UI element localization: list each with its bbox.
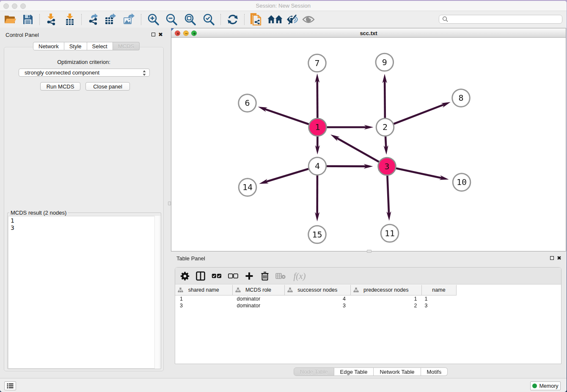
column-header-predecessor-nodes[interactable]: predecessor nodes xyxy=(351,285,422,295)
list-icon xyxy=(7,383,14,389)
network-canvas[interactable]: 1234678910111415 xyxy=(171,38,566,251)
control-panel-title: Control Panel xyxy=(6,32,39,38)
toolbar-separator xyxy=(244,14,245,25)
show-panel-icon[interactable] xyxy=(302,13,315,26)
network-window-titlebar[interactable]: scc.txt xyxy=(171,28,566,38)
function-builder-icon: f(x) xyxy=(290,270,309,282)
column-header-successor-nodes[interactable]: successor nodes xyxy=(285,285,351,295)
shared-column-icon xyxy=(353,287,359,293)
graph-node-label: 6 xyxy=(245,98,250,108)
tab-node-table[interactable]: Node Table xyxy=(294,367,334,376)
search-input[interactable] xyxy=(439,15,562,24)
criterion-value: strongly connected component xyxy=(25,69,99,76)
task-history-button[interactable] xyxy=(4,381,16,390)
deselect-all-icon[interactable] xyxy=(227,270,239,282)
table-cell: 3 xyxy=(422,302,457,309)
zoom-fit-icon[interactable] xyxy=(184,13,196,26)
tab-motifs[interactable]: Motifs xyxy=(421,367,448,376)
float-table-panel-icon[interactable] xyxy=(550,256,554,260)
graph-node-label: 15 xyxy=(312,229,322,240)
graph-node-label: 4 xyxy=(315,161,320,171)
dropdown-chevrons-icon xyxy=(142,70,146,76)
zoom-out-icon[interactable] xyxy=(165,13,178,26)
open-session-docs-icon[interactable] xyxy=(250,13,262,26)
mcds-result-list[interactable]: 1 3 xyxy=(8,216,160,369)
open-folder-icon[interactable] xyxy=(4,13,17,26)
optimization-criterion-label: Optimization criterion: xyxy=(0,59,168,65)
export-image-icon[interactable] xyxy=(122,13,135,26)
close-panel-icon[interactable]: ✖ xyxy=(158,32,163,37)
table-settings-icon[interactable] xyxy=(179,270,191,282)
graph-node-label: 14 xyxy=(242,182,253,192)
table-tabs: Node TableEdge TableNetwork TableMotifs xyxy=(294,367,448,376)
shared-column-icon xyxy=(178,287,183,293)
graph-node-label: 8 xyxy=(458,93,463,103)
float-panel-icon[interactable] xyxy=(151,33,155,36)
delete-row-icon[interactable] xyxy=(259,270,271,282)
table-cell: 3 xyxy=(285,302,351,309)
export-network-icon[interactable] xyxy=(87,13,99,26)
control-panel: Control Panel ✖ NetworkStyleSelectMCDS O… xyxy=(0,28,168,378)
toolbar-separator xyxy=(141,14,141,25)
table-cell: 1 xyxy=(422,295,457,302)
graph-node-label: 3 xyxy=(384,161,389,171)
horizontal-splitter-grip[interactable] xyxy=(367,250,372,253)
network-view-window: scc.txt 1234678910111415 xyxy=(171,28,566,251)
table-row[interactable]: 3dominator323 xyxy=(175,302,561,309)
table-header-row: shared nameMCDS rolesuccessor nodesprede… xyxy=(175,285,457,295)
graph-node-label: 11 xyxy=(385,228,395,238)
edge-arrowhead xyxy=(330,135,340,141)
import-table-icon[interactable] xyxy=(63,13,76,26)
table-row[interactable]: 1dominator411 xyxy=(175,295,561,302)
refresh-view-icon[interactable] xyxy=(226,13,239,26)
table-cell: 4 xyxy=(285,295,351,302)
edge-2-8[interactable] xyxy=(385,105,444,127)
focus-corner-marker xyxy=(171,28,174,31)
close-table-panel-icon[interactable]: ✖ xyxy=(557,256,561,260)
window-title: Session: New Session xyxy=(0,3,567,9)
mcds-result-title: MCDS result (2 nodes) xyxy=(9,210,68,216)
toolbar-separator xyxy=(81,14,82,25)
tab-network[interactable]: Network xyxy=(33,42,64,50)
export-table-icon[interactable] xyxy=(104,13,117,26)
graph-node-label: 10 xyxy=(457,177,467,187)
delete-table-icon xyxy=(275,270,286,282)
table-panel: Table Panel ✖ xyxy=(171,253,567,378)
vertical-splitter-grip[interactable] xyxy=(168,202,171,205)
memory-status-dot xyxy=(532,384,537,388)
application-window: Session: New Session xyxy=(0,1,567,392)
home-icon[interactable] xyxy=(267,13,283,26)
import-network-icon[interactable] xyxy=(45,13,58,26)
table-cell: dominator xyxy=(233,295,285,302)
select-all-check-icon[interactable] xyxy=(211,270,223,282)
zoom-selected-icon[interactable] xyxy=(202,13,215,26)
tab-edge-table[interactable]: Edge Table xyxy=(334,367,374,376)
tab-mcds[interactable]: MCDS xyxy=(113,42,140,50)
run-mcds-button[interactable]: Run MCDS xyxy=(40,82,80,91)
column-header-MCDS-role[interactable]: MCDS role xyxy=(233,285,285,295)
zoom-in-icon[interactable] xyxy=(147,13,160,26)
table-cell: 3 xyxy=(175,302,233,309)
column-header-shared-name[interactable]: shared name xyxy=(175,285,233,295)
main-area: Control Panel ✖ NetworkStyleSelectMCDS O… xyxy=(0,28,567,378)
save-session-icon[interactable] xyxy=(22,13,34,26)
add-row-icon[interactable] xyxy=(243,270,255,282)
search-icon xyxy=(442,16,449,22)
table-cell: 1 xyxy=(351,295,422,302)
criterion-dropdown[interactable]: strongly connected component xyxy=(19,69,150,77)
shared-column-icon xyxy=(235,287,241,293)
table-cell: dominator xyxy=(233,302,285,309)
control-panel-tabs: NetworkStyleSelectMCDS xyxy=(33,42,140,50)
column-header-name[interactable]: name xyxy=(422,285,457,295)
tab-network-table[interactable]: Network Table xyxy=(374,367,421,376)
tab-select[interactable]: Select xyxy=(87,42,113,50)
split-columns-icon[interactable] xyxy=(195,270,206,282)
tab-style[interactable]: Style xyxy=(64,42,87,50)
hide-panel-icon[interactable] xyxy=(286,13,299,26)
memory-button[interactable]: Memory xyxy=(530,381,561,390)
graph-node-label: 1 xyxy=(315,122,320,132)
result-scrollbar[interactable] xyxy=(154,216,160,369)
close-panel-button[interactable]: Close panel xyxy=(85,82,130,91)
mcds-result-group: MCDS result (2 nodes) 1 3 xyxy=(7,213,161,369)
toolbar-separator xyxy=(220,14,221,25)
